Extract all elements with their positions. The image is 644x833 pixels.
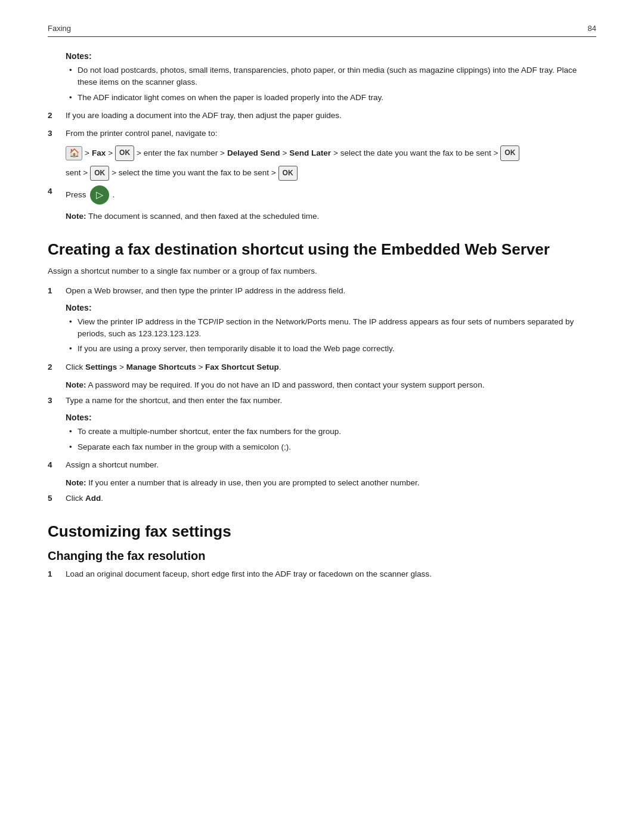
- fax-dest-step-4-content: Assign a shortcut number.: [66, 459, 596, 471]
- ok-btn-2: OK: [500, 145, 519, 161]
- fax-dest-step-3-content: Type a name for the shortcut, and then e…: [66, 395, 596, 407]
- step-4-num: 4: [48, 185, 66, 205]
- fax-dest-step-2: 2 Click Settings > Manage Shortcuts > Fa…: [48, 361, 596, 373]
- nav-gt-3: >: [282, 146, 287, 160]
- note-fax-1a: View the printer IP address in the TCP/I…: [66, 316, 596, 340]
- notes-block-fax-1: Notes: View the printer IP address in th…: [66, 303, 596, 355]
- changing-fax-res-title: Changing the fax resolution: [48, 548, 596, 563]
- step-4-press: 4 Press ▷ .: [48, 185, 596, 205]
- gt-2: >: [196, 363, 205, 371]
- notes-block-1: Notes: Do not load postcards, photos, sm…: [66, 51, 596, 104]
- click-text-5: Click: [66, 494, 83, 503]
- customizing-step-1: 1 Load an original document faceup, shor…: [48, 568, 596, 580]
- fax-dest-step-3-num: 3: [48, 395, 66, 407]
- fax-dest-step-4: 4 Assign a shortcut number.: [48, 459, 596, 471]
- note-fax-4-text: If you enter a number that is already in…: [88, 478, 419, 487]
- manage-label: Manage Shortcuts: [126, 363, 196, 371]
- header-section-title: Faxing: [48, 24, 71, 33]
- start-icon: ▷: [90, 185, 109, 205]
- note-fax-3b: Separate each fax number in the group wi…: [66, 441, 596, 453]
- notes-label-fax-1: Notes:: [66, 303, 596, 312]
- press-text: Press: [66, 189, 86, 201]
- nav-sent-text: sent >: [66, 166, 88, 180]
- fax-dest-step-1: 1 Open a Web browser, and then type the …: [48, 285, 596, 297]
- nav-gt-1: >: [85, 146, 89, 160]
- notes-list-fax-1: View the printer IP address in the TCP/I…: [66, 316, 596, 355]
- note-fax-3a: To create a multiple-number shortcut, en…: [66, 426, 596, 438]
- fax-dest-step-3: 3 Type a name for the shortcut, and then…: [48, 395, 596, 407]
- section-fax-dest-title: Creating a fax destination shortcut usin…: [48, 240, 596, 260]
- nav-delayed-send: Delayed Send: [227, 146, 280, 160]
- step-4-content: Press ▷ .: [66, 185, 596, 205]
- ok-btn-1: OK: [115, 145, 134, 161]
- section-customizing: Customizing fax settings Changing the fa…: [48, 522, 596, 580]
- note-fax-2-text: A password may be required. If you do no…: [88, 380, 485, 389]
- fax-dest-step-1-content: Open a Web browser, and then type the pr…: [66, 285, 596, 297]
- note-scanned: Note: The document is scanned, and then …: [66, 210, 596, 222]
- notes-label-1: Notes:: [66, 51, 596, 61]
- step-3-num: 3: [48, 128, 66, 140]
- notes-label-fax-3: Notes:: [66, 413, 596, 422]
- add-label: Add: [85, 494, 101, 503]
- step-3-content: From the printer control panel, navigate…: [66, 128, 596, 140]
- fax-setup-label: Fax Shortcut Setup: [205, 363, 279, 371]
- customizing-step-1-num: 1: [48, 568, 66, 580]
- section-fax-dest: Creating a fax destination shortcut usin…: [48, 240, 596, 505]
- note-fax-4-bold: Note:: [66, 478, 86, 487]
- customizing-step-1-content: Load an original document faceup, short …: [66, 568, 596, 580]
- note-scanned-bold: Note:: [66, 212, 86, 221]
- step-2-num: 2: [48, 110, 66, 122]
- ok-btn-3: OK: [90, 166, 109, 181]
- nav-send-later: Send Later: [289, 146, 331, 160]
- note-fax-2: Note: A password may be required. If you…: [66, 379, 596, 391]
- fax-dest-step-4-num: 4: [48, 459, 66, 471]
- fax-dest-step-2-num: 2: [48, 361, 66, 373]
- press-period: .: [113, 189, 115, 201]
- note-item-1b: The ADF indicator light comes on when th…: [66, 92, 596, 104]
- nav-line-1: 🏠 > Fax > OK > enter the fax number > De…: [66, 145, 596, 161]
- note-item-1a: Do not load postcards, photos, small ite…: [66, 64, 596, 89]
- notes-list-1: Do not load postcards, photos, small ite…: [66, 64, 596, 104]
- note-fax-1b: If you are using a proxy server, then te…: [66, 343, 596, 355]
- step-2: 2 If you are loading a document into the…: [48, 110, 596, 122]
- step-2-content: If you are loading a document into the A…: [66, 110, 596, 122]
- period-5: .: [101, 494, 103, 503]
- fax-dest-step-2-content: Click Settings > Manage Shortcuts > Fax …: [66, 361, 596, 373]
- nav-fax-label: Fax: [92, 146, 106, 160]
- step-3: 3 From the printer control panel, naviga…: [48, 128, 596, 140]
- header-bar: Faxing 84: [48, 24, 596, 37]
- gt-1: >: [117, 363, 126, 371]
- ok-btn-4: OK: [278, 166, 298, 181]
- fax-dest-step-1-num: 1: [48, 285, 66, 297]
- page: Faxing 84 Notes: Do not load postcards, …: [0, 0, 644, 833]
- click-text-2: Click: [66, 363, 85, 371]
- notes-list-fax-3: To create a multiple-number shortcut, en…: [66, 426, 596, 453]
- fax-dest-step-5-num: 5: [48, 493, 66, 504]
- section-fax-dest-intro: Assign a shortcut number to a single fax…: [48, 265, 596, 277]
- settings-label: Settings: [85, 363, 117, 371]
- fax-dest-step-5: 5 Click Add.: [48, 493, 596, 504]
- customizing-title: Customizing fax settings: [48, 522, 596, 542]
- nav-enter-fax: > enter the fax number >: [137, 146, 225, 160]
- notes-block-fax-3: Notes: To create a multiple-number short…: [66, 413, 596, 453]
- header-page-num: 84: [588, 24, 596, 33]
- note-fax-2-bold: Note:: [66, 380, 86, 389]
- period-2: .: [279, 363, 281, 371]
- nav-line-2: sent > OK > select the time you want the…: [66, 166, 596, 181]
- nav-select-date: > select the date you want the fax to be…: [333, 146, 498, 160]
- home-icon: 🏠: [66, 146, 82, 160]
- note-fax-4: Note: If you enter a number that is alre…: [66, 477, 596, 489]
- nav-select-time: > select the time you want the fax to be…: [112, 166, 275, 180]
- note-scanned-text: The document is scanned, and then faxed …: [88, 212, 319, 221]
- fax-dest-step-5-content: Click Add.: [66, 493, 596, 504]
- nav-gt-2: >: [108, 146, 113, 160]
